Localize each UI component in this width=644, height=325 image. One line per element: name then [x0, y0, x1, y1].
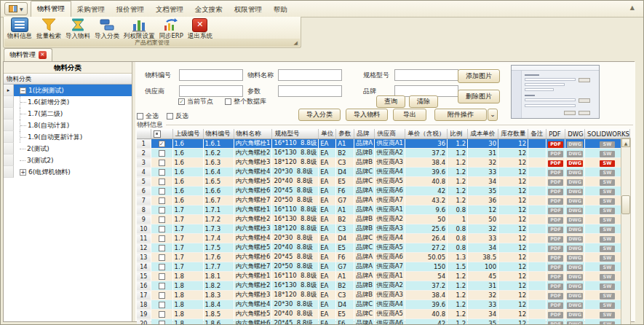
table-row[interactable]: 71.61.6.7内六角螺栓720*50 8.8级EAG7品牌A供应商A743.…: [137, 196, 629, 205]
ribbon-button-import-category[interactable]: 导入分类: [92, 17, 122, 39]
column-header[interactable]: 备注: [528, 129, 546, 139]
row-checkbox[interactable]: ✓: [151, 139, 172, 149]
dwg-badge-cell[interactable]: DWG: [565, 291, 585, 300]
ribbon-tab-document-management[interactable]: 文档管理: [150, 2, 189, 17]
ribbon-button-material-info[interactable]: 物料信息: [5, 17, 34, 39]
column-header[interactable]: 比例: [448, 129, 468, 139]
tree-item-content[interactable]: 1.8(自动计算): [14, 120, 132, 131]
sw-badge[interactable]: SW: [600, 236, 615, 243]
sw-badge[interactable]: SW: [600, 227, 615, 233]
ribbon-tab-help[interactable]: 帮助: [268, 2, 293, 17]
dwg-badge-cell[interactable]: DWG: [565, 300, 585, 310]
pdf-badge-cell[interactable]: PDF: [546, 300, 565, 310]
pdf-badge-cell[interactable]: PDF: [546, 149, 565, 158]
current-node-checkbox[interactable]: ✓ 当前节点: [178, 97, 213, 106]
row-checkbox[interactable]: [151, 177, 172, 187]
row-checkbox[interactable]: [151, 187, 172, 196]
ribbon-button-column-permission-settings[interactable]: 列权限设置: [122, 17, 157, 39]
column-header[interactable]: DWG: [565, 129, 585, 139]
tree-item-content[interactable]: 1.6(新增分类): [14, 96, 132, 108]
column-header[interactable]: 规格型号: [272, 129, 319, 139]
column-header[interactable]: 参数: [336, 129, 354, 139]
pdf-badge[interactable]: PDF: [548, 170, 563, 176]
sw-badge[interactable]: SW: [600, 189, 615, 195]
pdf-badge[interactable]: PDF: [548, 208, 563, 214]
dwg-badge-cell[interactable]: DWG: [565, 243, 585, 253]
ribbon-tab-quote-management[interactable]: 报价管理: [111, 2, 150, 17]
ribbon-tab-material-management[interactable]: 物料管理: [31, 1, 71, 17]
query-button[interactable]: 查询: [376, 95, 405, 108]
ribbon-button-sync-erp[interactable]: 同步ERP: [157, 17, 186, 39]
tree-item-node-6[interactable]: +6(电焊机物料): [4, 166, 132, 178]
clear-button[interactable]: 清除: [409, 95, 438, 108]
pdf-badge-cell[interactable]: PDF: [546, 272, 565, 281]
row-checkbox[interactable]: [151, 281, 172, 291]
column-header[interactable]: 品牌: [354, 129, 375, 139]
sw-badge[interactable]: SW: [600, 293, 615, 299]
close-icon[interactable]: ✕: [39, 51, 47, 59]
dwg-badge-cell[interactable]: DWG: [565, 310, 585, 319]
column-header[interactable]: 单位: [319, 129, 336, 139]
dwg-badge-cell[interactable]: DWG: [565, 224, 585, 234]
tree-item-content[interactable]: 1.9(自动更新计算): [14, 131, 132, 143]
row-checkbox[interactable]: [151, 262, 172, 272]
pdf-badge-cell[interactable]: PDF: [546, 177, 565, 187]
row-checkbox[interactable]: [151, 158, 172, 168]
dwg-badge[interactable]: DWG: [567, 151, 583, 157]
dwg-badge-cell[interactable]: DWG: [565, 149, 585, 158]
pdf-badge[interactable]: PDF: [548, 265, 563, 271]
row-checkbox[interactable]: [151, 243, 172, 253]
dwg-badge-cell[interactable]: DWG: [565, 253, 585, 262]
scroll-up-icon[interactable]: ▲: [621, 138, 630, 147]
dwg-badge[interactable]: DWG: [567, 312, 583, 318]
row-checkbox[interactable]: [151, 310, 172, 319]
sw-badge[interactable]: SW: [600, 179, 615, 186]
dwg-badge-cell[interactable]: DWG: [565, 234, 585, 243]
pdf-badge[interactable]: PDF: [548, 246, 563, 252]
tree-item-content[interactable]: 3(测试2): [14, 154, 132, 166]
dwg-badge-cell[interactable]: DWG: [565, 168, 585, 177]
pdf-badge-cell[interactable]: PDF: [546, 139, 565, 149]
sw-badge[interactable]: SW: [600, 246, 615, 252]
row-checkbox[interactable]: [151, 234, 172, 243]
column-header[interactable]: 上级编号: [172, 129, 203, 139]
dwg-badge[interactable]: DWG: [567, 170, 583, 176]
dwg-badge[interactable]: DWG: [567, 321, 583, 325]
sw-badge[interactable]: SW: [600, 170, 615, 176]
sw-badge[interactable]: SW: [600, 255, 615, 262]
tree-item-node-1-7[interactable]: 1.7(第二级): [4, 108, 132, 120]
tree-item-content[interactable]: −1(比例测试): [14, 85, 132, 96]
import-material-button[interactable]: 导入物料: [346, 109, 388, 121]
tree-item-content[interactable]: +6(电焊机物料): [14, 166, 132, 178]
pdf-badge-cell[interactable]: PDF: [546, 310, 565, 319]
table-row[interactable]: 181.81.8.4内六角螺栓420*30 8.8级EAD4品牌C供应商A439…: [137, 300, 629, 310]
table-row[interactable]: 61.61.6.6内六角螺栓620*45 8.8级EAF6品牌A供应商A6421…: [137, 187, 629, 196]
tree-item-node-1-9[interactable]: 1.9(自动更新计算): [4, 131, 132, 143]
dwg-badge[interactable]: DWG: [567, 227, 583, 233]
sw-badge[interactable]: SW: [600, 160, 615, 167]
sw-badge[interactable]: SW: [600, 141, 615, 148]
row-checkbox[interactable]: [151, 205, 172, 215]
add-image-button[interactable]: 添加图片: [458, 69, 500, 83]
pdf-badge-cell[interactable]: PDF: [546, 319, 565, 325]
material-code-input[interactable]: [179, 69, 243, 81]
row-checkbox[interactable]: [151, 215, 172, 224]
dwg-badge[interactable]: DWG: [567, 208, 583, 214]
column-header[interactable]: 库存数量: [498, 129, 528, 139]
ribbon-button-exit-system[interactable]: ✕退出系统: [186, 17, 215, 39]
row-checkbox[interactable]: [151, 319, 172, 325]
pdf-badge[interactable]: PDF: [548, 227, 563, 233]
column-header[interactable]: PDF: [546, 129, 565, 139]
document-tab-material-management[interactable]: 物料管理 ✕: [4, 48, 52, 61]
pdf-badge-cell[interactable]: PDF: [546, 253, 565, 262]
dwg-badge-cell[interactable]: DWG: [565, 215, 585, 224]
dwg-badge-cell[interactable]: DWG: [565, 177, 585, 187]
tree-item-node-1-8[interactable]: 1.8(自动计算): [4, 120, 132, 131]
row-checkbox[interactable]: [151, 253, 172, 262]
ribbon-button-import-material[interactable]: 导入物料: [63, 17, 92, 39]
dwg-badge[interactable]: DWG: [567, 236, 583, 243]
material-name-input[interactable]: [278, 69, 342, 81]
pdf-badge[interactable]: PDF: [548, 236, 563, 243]
dwg-badge-cell[interactable]: DWG: [565, 187, 585, 196]
dwg-badge[interactable]: DWG: [567, 293, 583, 299]
